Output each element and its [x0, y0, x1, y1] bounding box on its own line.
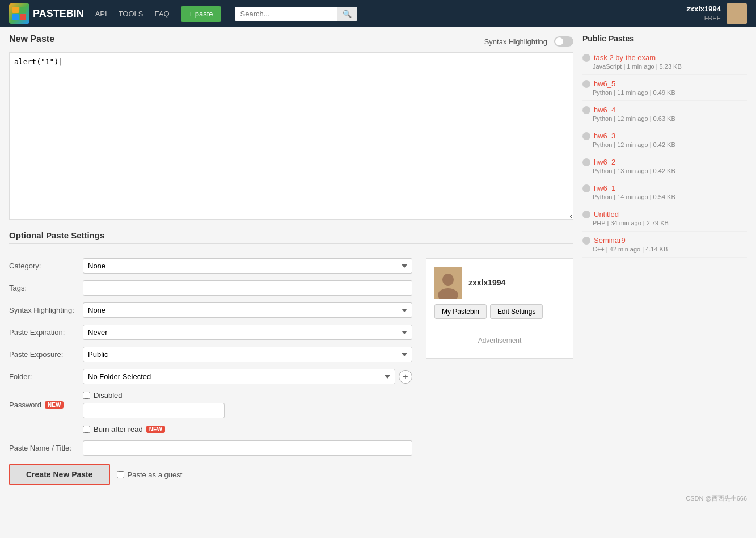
list-item: task 2 by the exam JavaScript | 1 min ag… — [582, 49, 747, 75]
syntax-select[interactable]: None — [83, 302, 412, 318]
paste-item-meta: C++ | 42 min ago | 4.14 KB — [582, 246, 747, 253]
paste-icon — [582, 211, 590, 218]
public-pastes-list: task 2 by the exam JavaScript | 1 min ag… — [582, 49, 747, 258]
paste-name-input[interactable] — [83, 440, 412, 456]
paste-item-link[interactable]: hw6_4 — [582, 106, 747, 114]
nav-faq[interactable]: FAQ — [155, 10, 170, 18]
folder-add-button[interactable]: + — [399, 370, 412, 384]
settings-grid: Category: None Tags: Syntax Highlighting… — [9, 258, 573, 485]
paste-textarea[interactable]: alert("1")| — [9, 52, 573, 220]
expiration-label: Paste Expiration: — [9, 328, 83, 337]
search-container: 🔍 — [235, 7, 357, 21]
name-row: Paste Name / Title: — [9, 440, 412, 456]
paste-item-link[interactable]: hw6_1 — [582, 184, 747, 192]
logo-icon — [9, 3, 29, 24]
exposure-row: Paste Exposure: Public — [9, 347, 412, 362]
syntax-toggle[interactable] — [554, 36, 573, 47]
nav-tools[interactable]: TOOLS — [119, 10, 143, 18]
burn-checkbox[interactable] — [83, 426, 90, 433]
burn-badge: NEW — [146, 426, 165, 433]
burn-text: Burn after read — [94, 425, 143, 434]
category-select[interactable]: None — [83, 258, 412, 274]
my-pastebin-button[interactable]: My Pastebin — [434, 304, 487, 319]
logo[interactable]: PASTEBIN — [9, 3, 84, 24]
edit-settings-button[interactable]: Edit Settings — [490, 304, 543, 319]
syntax-toggle-label: Syntax Highlighting — [484, 37, 547, 46]
textarea-wrapper: alert("1")| — [9, 52, 573, 221]
settings-title: Optional Paste Settings — [9, 230, 573, 244]
user-card-top: zxxlx1994 — [434, 267, 565, 299]
list-item: hw6_3 Python | 12 min ago | 0.42 KB — [582, 127, 747, 153]
svg-point-5 — [438, 288, 458, 299]
category-label: Category: — [9, 262, 83, 270]
list-item: Untitled PHP | 34 min ago | 2.79 KB — [582, 205, 747, 232]
paste-icon — [582, 158, 590, 166]
paste-icon — [582, 184, 590, 192]
paste-item-name: hw6_3 — [594, 132, 615, 140]
category-row: Category: None — [9, 258, 412, 274]
password-label-area: Password NEW — [9, 401, 83, 409]
nav-links: API TOOLS FAQ — [95, 10, 170, 18]
paste-icon — [582, 54, 590, 62]
list-item: hw6_4 Python | 12 min ago | 0.63 KB — [582, 101, 747, 127]
navbar-right: zxxlx1994 FREE — [686, 3, 747, 24]
password-disabled-label: Disabled — [94, 391, 123, 400]
paste-item-link[interactable]: Seminar9 — [582, 236, 747, 245]
paste-icon — [582, 80, 590, 88]
name-label: Paste Name / Title: — [9, 444, 83, 452]
exposure-select[interactable]: Public — [83, 347, 412, 362]
folder-select[interactable]: No Folder Selected — [83, 369, 395, 384]
paste-item-meta: JavaScript | 1 min ago | 5.23 KB — [582, 63, 747, 70]
list-item: hw6_5 Python | 11 min ago | 0.49 KB — [582, 75, 747, 101]
paste-item-meta: Python | 14 min ago | 0.54 KB — [582, 194, 747, 200]
paste-item-link[interactable]: task 2 by the exam — [582, 53, 747, 62]
password-checkbox[interactable] — [83, 392, 90, 399]
burn-checkbox-row: Burn after read NEW — [83, 425, 165, 434]
tags-row: Tags: — [9, 280, 412, 296]
guest-checkbox[interactable] — [117, 471, 124, 478]
expiration-select[interactable]: Never — [83, 325, 412, 340]
paste-item-link[interactable]: hw6_2 — [582, 158, 747, 166]
svg-rect-2 — [12, 14, 19, 20]
ad-placeholder: Advertisement — [434, 325, 565, 350]
sidebar: Public Pastes task 2 by the exam JavaScr… — [582, 34, 747, 485]
nav-api[interactable]: API — [95, 10, 107, 18]
submit-row: Create New Paste Paste as a guest — [9, 464, 412, 485]
tags-input[interactable] — [83, 280, 412, 296]
search-input[interactable] — [235, 7, 337, 21]
user-card-username: zxxlx1994 — [468, 278, 505, 287]
content-area: New Paste Syntax Highlighting alert("1")… — [9, 34, 573, 485]
syntax-label: Syntax Highlighting: — [9, 306, 83, 314]
paste-item-link[interactable]: hw6_3 — [582, 132, 747, 140]
settings-right: zxxlx1994 My Pastebin Edit Settings Adve… — [426, 258, 573, 485]
settings-section: Optional Paste Settings Category: None T… — [9, 230, 573, 485]
user-info: zxxlx1994 FREE — [686, 5, 721, 22]
page-title: New Paste — [9, 34, 54, 44]
password-badge: NEW — [45, 401, 64, 409]
svg-point-4 — [442, 274, 454, 286]
user-card-info: zxxlx1994 — [468, 278, 505, 287]
tags-label: Tags: — [9, 284, 83, 292]
paste-item-name: hw6_5 — [594, 79, 615, 88]
paste-item-link[interactable]: Untitled — [582, 210, 747, 218]
avatar — [727, 3, 747, 24]
guest-label: Paste as a guest — [117, 470, 183, 479]
list-item: Seminar9 C++ | 42 min ago | 4.14 KB — [582, 232, 747, 258]
burn-row: Burn after read NEW — [9, 425, 412, 434]
paste-item-name: hw6_4 — [594, 106, 615, 114]
new-paste-button[interactable]: + paste — [181, 6, 221, 22]
navbar: PASTEBIN API TOOLS FAQ + paste 🔍 zxxlx19… — [0, 0, 756, 27]
syntax-toggle-area: Syntax Highlighting — [484, 36, 573, 47]
paste-icon — [582, 132, 590, 140]
create-paste-button[interactable]: Create New Paste — [9, 464, 110, 485]
paste-icon — [582, 106, 590, 114]
search-button[interactable]: 🔍 — [337, 7, 357, 21]
password-input[interactable] — [83, 403, 225, 418]
paste-item-meta: Python | 11 min ago | 0.49 KB — [582, 89, 747, 96]
paste-item-name: hw6_2 — [594, 158, 615, 166]
guest-label-text: Paste as a guest — [128, 470, 183, 479]
exposure-label: Paste Exposure: — [9, 350, 83, 359]
paste-item-link[interactable]: hw6_5 — [582, 79, 747, 88]
paste-item-meta: Python | 12 min ago | 0.63 KB — [582, 115, 747, 122]
paste-item-name: task 2 by the exam — [594, 53, 656, 62]
